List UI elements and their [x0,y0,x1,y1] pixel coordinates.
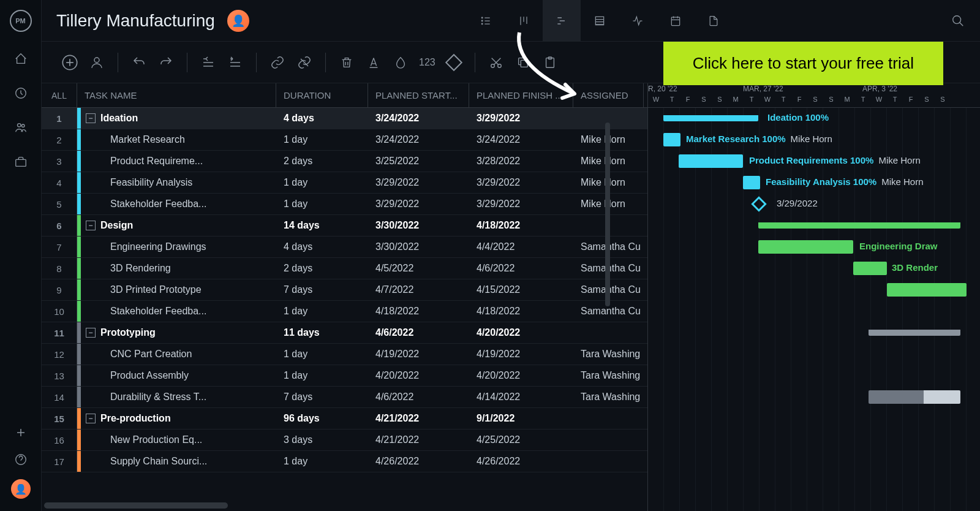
unlink-button[interactable] [293,51,315,74]
table-row[interactable]: 11 −Prototyping 11 days 4/6/2022 4/20/20… [42,322,647,344]
user-avatar[interactable]: 👤 [11,479,31,499]
table-row[interactable]: 4 Feasibility Analysis 1 day 3/29/2022 3… [42,172,647,194]
task-name-cell[interactable]: Market Research [81,129,276,150]
end-date-cell[interactable]: 4/26/2022 [469,451,573,472]
duration-cell[interactable]: 1 day [276,365,368,386]
start-date-cell[interactable]: 4/19/2022 [368,344,469,365]
number-format-button[interactable]: 123 [417,57,438,68]
redo-button[interactable] [155,51,177,74]
text-format-button[interactable] [363,51,385,74]
table-row[interactable]: 1 −Ideation 4 days 3/24/2022 3/29/2022 [42,108,647,129]
start-date-cell[interactable]: 4/26/2022 [368,451,469,472]
task-name-cell[interactable]: New Production Eq... [81,430,276,450]
end-date-cell[interactable]: 4/15/2022 [469,279,573,300]
task-name-cell[interactable]: Stakeholder Feedba... [81,301,276,322]
table-row[interactable]: 6 −Design 14 days 3/30/2022 4/18/2022 [42,215,647,237]
duration-cell[interactable]: 2 days [276,151,368,172]
task-name-cell[interactable]: Product Assembly [81,365,276,386]
list-view-tab[interactable] [467,0,505,42]
task-name-cell[interactable]: −Design [81,215,276,236]
duration-cell[interactable]: 1 day [276,172,368,193]
task-name-cell[interactable]: Durability & Stress T... [81,387,276,407]
task-name-cell[interactable]: Supply Chain Sourci... [81,451,276,472]
table-row[interactable]: 3 Product Requireme... 2 days 3/25/2022 … [42,151,647,172]
col-header-all[interactable]: ALL [42,83,77,107]
task-name-cell[interactable]: Product Requireme... [81,151,276,172]
col-header-finish[interactable]: PLANNED FINISH ... [469,83,573,107]
milestone-icon[interactable] [751,196,766,211]
table-row[interactable]: 9 3D Printed Prototype 7 days 4/7/2022 4… [42,279,647,301]
table-row[interactable]: 17 Supply Chain Sourci... 1 day 4/26/202… [42,451,647,472]
duration-cell[interactable]: 1 day [276,129,368,150]
calendar-view-tab[interactable] [657,0,695,42]
start-date-cell[interactable]: 3/24/2022 [368,108,469,129]
task-name-cell[interactable]: Engineering Drawings [81,237,276,257]
col-header-name[interactable]: TASK NAME [77,83,276,107]
color-button[interactable] [390,51,412,74]
start-date-cell[interactable]: 3/24/2022 [368,129,469,150]
duration-cell[interactable]: 4 days [276,237,368,257]
start-date-cell[interactable]: 4/6/2022 [368,387,469,407]
table-row[interactable]: 7 Engineering Drawings 4 days 3/30/2022 … [42,237,647,258]
duration-cell[interactable]: 14 days [276,215,368,236]
start-date-cell[interactable]: 3/25/2022 [368,151,469,172]
start-date-cell[interactable]: 4/7/2022 [368,279,469,300]
col-header-assigned[interactable]: ASSIGNED [573,83,644,107]
home-icon[interactable] [13,51,28,66]
end-date-cell[interactable]: 4/6/2022 [469,258,573,279]
activity-view-tab[interactable] [619,0,657,42]
end-date-cell[interactable]: 3/29/2022 [469,108,573,129]
files-view-tab[interactable] [695,0,733,42]
end-date-cell[interactable]: 4/20/2022 [469,322,573,343]
copy-button[interactable] [512,51,534,74]
assigned-cell[interactable]: Tara Washing [573,365,644,386]
end-date-cell[interactable]: 4/4/2022 [469,237,573,257]
duration-cell[interactable]: 11 days [276,322,368,343]
start-date-cell[interactable]: 4/20/2022 [368,365,469,386]
start-date-cell[interactable]: 3/29/2022 [368,194,469,214]
duration-cell[interactable]: 1 day [276,301,368,322]
assigned-cell[interactable]: Tara Washing [573,387,644,407]
duration-cell[interactable]: 4 days [276,108,368,129]
gantt-view-tab[interactable] [543,0,581,42]
help-icon[interactable] [13,452,28,467]
add-icon[interactable] [13,425,28,440]
milestone-button[interactable] [443,51,465,74]
end-date-cell[interactable]: 3/29/2022 [469,172,573,193]
assigned-cell[interactable] [573,408,644,429]
start-date-cell[interactable]: 4/21/2022 [368,430,469,450]
end-date-cell[interactable]: 3/28/2022 [469,151,573,172]
project-avatar[interactable]: 👤 [227,10,249,32]
duration-cell[interactable]: 96 days [276,408,368,429]
duration-cell[interactable]: 1 day [276,451,368,472]
start-date-cell[interactable]: 4/6/2022 [368,322,469,343]
end-date-cell[interactable]: 4/19/2022 [469,344,573,365]
table-row[interactable]: 5 Stakeholder Feedba... 1 day 3/29/2022 … [42,194,647,215]
collapse-icon[interactable]: − [86,328,96,338]
table-row[interactable]: 2 Market Research 1 day 3/24/2022 3/24/2… [42,129,647,151]
duration-cell[interactable]: 1 day [276,344,368,365]
link-button[interactable] [266,51,288,74]
indent-button[interactable] [224,51,246,74]
end-date-cell[interactable]: 4/14/2022 [469,387,573,407]
collapse-icon[interactable]: − [86,113,96,123]
end-date-cell[interactable]: 3/29/2022 [469,194,573,214]
outdent-button[interactable] [197,51,219,74]
table-row[interactable]: 13 Product Assembly 1 day 4/20/2022 4/20… [42,365,647,387]
col-header-start[interactable]: PLANNED START... [368,83,469,107]
start-date-cell[interactable]: 3/30/2022 [368,237,469,257]
start-date-cell[interactable]: 3/29/2022 [368,172,469,193]
board-view-tab[interactable] [505,0,543,42]
assigned-cell[interactable] [573,451,644,472]
end-date-cell[interactable]: 9/1/2022 [469,408,573,429]
briefcase-icon[interactable] [13,154,28,169]
team-icon[interactable] [13,120,28,135]
assigned-cell[interactable]: Tara Washing [573,344,644,365]
duration-cell[interactable]: 7 days [276,279,368,300]
start-date-cell[interactable]: 3/30/2022 [368,215,469,236]
table-row[interactable]: 12 CNC Part Creation 1 day 4/19/2022 4/1… [42,344,647,365]
horizontal-scrollbar[interactable] [44,502,228,509]
start-date-cell[interactable]: 4/18/2022 [368,301,469,322]
table-row[interactable]: 10 Stakeholder Feedba... 1 day 4/18/2022… [42,301,647,322]
start-date-cell[interactable]: 4/21/2022 [368,408,469,429]
